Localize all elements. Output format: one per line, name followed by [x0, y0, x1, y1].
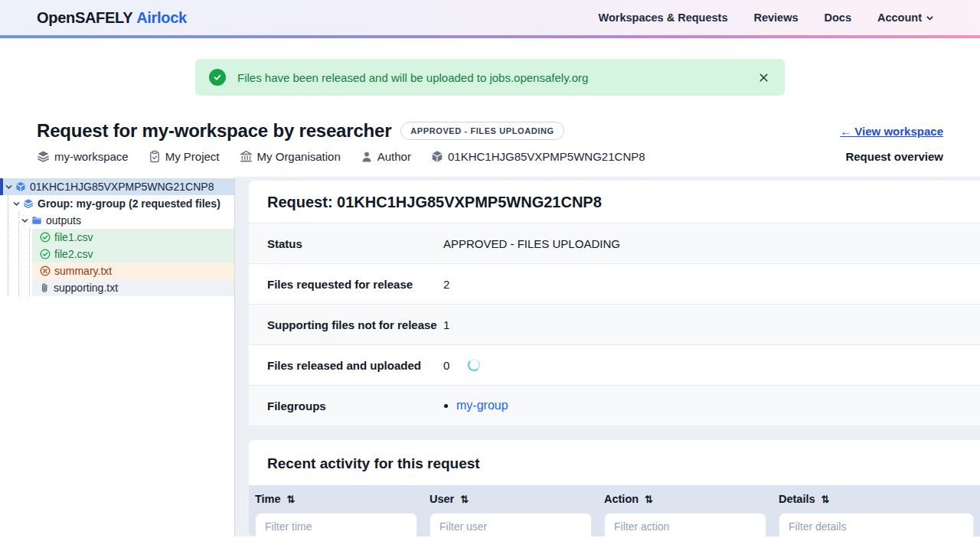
meta-workspace: my-workspace — [37, 150, 129, 163]
circle-check-icon — [40, 232, 51, 243]
tree-guide-line — [29, 229, 30, 296]
meta-project: My Project — [149, 150, 220, 163]
view-workspace-link[interactable]: ← View workspace — [840, 125, 943, 138]
filegroups-list: my-group — [443, 399, 508, 412]
meta-organisation-label: My Organisation — [257, 150, 341, 163]
activity-table-header: Time ⇅ User ⇅ Action ⇅ Details ⇅ — [249, 485, 980, 536]
filter-details-input[interactable] — [779, 513, 974, 536]
tree-file-label: file2.csv — [54, 248, 93, 260]
request-details-table: Status APPROVED - FILES UPLOADING Files … — [249, 223, 980, 425]
bank-icon — [240, 150, 253, 163]
filegroup-link[interactable]: my-group — [456, 399, 508, 412]
detail-label: Files requested for release — [267, 278, 443, 291]
request-details-card: Request: 01KHC1HJG85VXPMP5WNG21CNP8 Stat… — [249, 181, 980, 425]
detail-label: Files released and uploaded — [267, 359, 443, 372]
close-icon — [758, 72, 769, 83]
tree-guide-line — [18, 212, 19, 296]
sort-arrows-icon[interactable]: ⇅ — [822, 494, 830, 504]
top-nav-bar: OpenSAFELYAirlock Workspaces & Requests … — [0, 0, 980, 35]
sort-arrows-icon[interactable]: ⇅ — [287, 494, 296, 504]
detail-label: Supporting files not for release — [267, 318, 443, 331]
tree-node-group[interactable]: Group: my-group (2 requested files) — [0, 195, 234, 212]
meta-request-id: 01KHC1HJG85VXPMP5WNG21CNP8 — [431, 150, 645, 163]
tree-file-label: summary.txt — [54, 265, 112, 277]
detail-row-status: Status APPROVED - FILES UPLOADING — [249, 223, 980, 263]
cube-icon — [15, 181, 26, 192]
file-tree: 01KHC1HJG85VXPMP5WNG21CNP8 Group: my-gro… — [0, 177, 234, 296]
column-header-time[interactable]: Time ⇅ — [249, 485, 423, 508]
tree-node-request-label: 01KHC1HJG85VXPMP5WNG21CNP8 — [30, 181, 214, 193]
tree-file-file2[interactable]: file2.csv — [32, 246, 234, 262]
detail-row-supporting-files: Supporting files not for release 1 — [249, 304, 980, 344]
chevron-down-icon[interactable] — [12, 200, 21, 208]
request-details-heading: Request: 01KHC1HJG85VXPMP5WNG21CNP8 — [249, 181, 980, 223]
status-badge: APPROVED - FILES UPLOADING — [400, 122, 564, 140]
activity-filter-row — [249, 508, 980, 536]
user-icon — [361, 151, 373, 163]
clipboard-check-icon — [149, 150, 161, 163]
column-header-details[interactable]: Details ⇅ — [773, 485, 980, 508]
request-meta-row: my-workspace My Project My Organisation … — [37, 150, 943, 163]
column-label: Time — [255, 493, 281, 505]
detail-value: APPROVED - FILES UPLOADING — [443, 237, 620, 250]
filter-time-input[interactable] — [255, 513, 417, 536]
nav-account-menu[interactable]: Account — [877, 11, 934, 24]
detail-value: 2 — [443, 278, 449, 291]
nav-reviews[interactable]: Reviews — [753, 11, 798, 24]
recent-activity-card: Recent activity for this request Time ⇅ … — [249, 440, 980, 536]
detail-label: Filegroups — [267, 399, 443, 412]
filter-cell — [598, 508, 773, 536]
sort-arrows-icon[interactable]: ⇅ — [645, 494, 653, 504]
tree-file-label: file1.csv — [54, 231, 93, 243]
sort-arrows-icon[interactable]: ⇅ — [460, 494, 469, 504]
meta-project-label: My Project — [165, 150, 220, 163]
filter-user-input[interactable] — [430, 513, 592, 536]
meta-organisation: My Organisation — [240, 150, 341, 163]
tree-node-request[interactable]: 01KHC1HJG85VXPMP5WNG21CNP8 — [0, 178, 234, 195]
tree-file-label: supporting.txt — [54, 282, 118, 294]
success-check-icon — [209, 69, 226, 86]
column-header-user[interactable]: User ⇅ — [423, 485, 598, 508]
content-area: 01KHC1HJG85VXPMP5WNG21CNP8 Group: my-gro… — [0, 177, 980, 536]
layers-icon — [37, 150, 50, 163]
detail-label: Status — [267, 237, 443, 250]
filegroup-item: my-group — [456, 399, 508, 412]
page-title: Request for my-workspace by researcher — [37, 120, 391, 142]
filter-cell — [423, 508, 598, 536]
detail-row-filegroups: Filegroups my-group — [249, 385, 980, 425]
chevron-down-icon — [926, 14, 934, 22]
activity-column-headers: Time ⇅ User ⇅ Action ⇅ Details ⇅ — [249, 485, 980, 508]
chevron-down-icon[interactable] — [21, 217, 29, 225]
tree-file-summary[interactable]: summary.txt — [32, 262, 234, 279]
column-header-action[interactable]: Action ⇅ — [598, 485, 773, 508]
detail-value: 0 — [443, 359, 480, 372]
tree-file-file1[interactable]: file1.csv — [32, 229, 234, 246]
success-alert: Files have been released and will be upl… — [195, 59, 785, 96]
circle-x-icon — [40, 266, 51, 276]
detail-row-files-requested: Files requested for release 2 — [249, 263, 980, 304]
tree-guide-line — [8, 195, 8, 296]
filter-cell — [773, 508, 980, 536]
nav-workspaces-requests[interactable]: Workspaces & Requests — [599, 11, 728, 24]
logo-secondary: Airlock — [136, 9, 187, 26]
alert-message: Files have been released and will be upl… — [237, 71, 588, 84]
alert-close-button[interactable] — [755, 69, 773, 86]
page-header-section: Files have been released and will be upl… — [0, 59, 980, 177]
tree-file-supporting[interactable]: supporting.txt — [32, 279, 234, 296]
column-label: Action — [604, 493, 639, 505]
column-label: User — [430, 493, 454, 505]
filter-action-input[interactable] — [604, 513, 766, 536]
meta-request-id-label: 01KHC1HJG85VXPMP5WNG21CNP8 — [448, 150, 645, 163]
title-row: Request for my-workspace by researcher A… — [37, 120, 943, 142]
chevron-down-icon[interactable] — [5, 183, 13, 191]
app-logo[interactable]: OpenSAFELYAirlock — [37, 9, 187, 27]
tree-node-outputs-folder[interactable]: outputs — [0, 212, 234, 229]
main-nav: Workspaces & Requests Reviews Docs Accou… — [599, 11, 934, 24]
cube-icon — [431, 150, 443, 163]
meta-author: Author — [361, 150, 411, 163]
recent-activity-heading: Recent activity for this request — [249, 440, 980, 485]
upload-spinner-icon — [468, 359, 480, 371]
nav-docs[interactable]: Docs — [825, 11, 851, 24]
meta-workspace-label: my-workspace — [54, 150, 129, 163]
nav-account-label: Account — [877, 11, 922, 24]
